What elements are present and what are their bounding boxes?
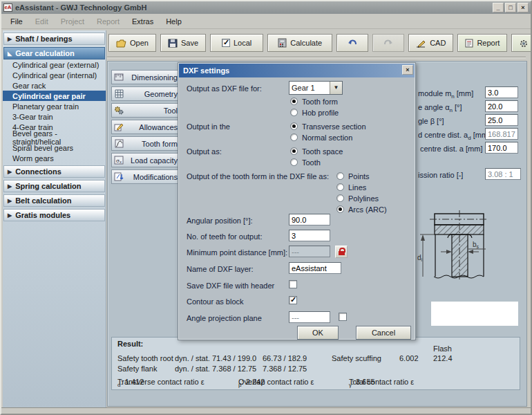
sidebar-section-shaft-bearings[interactable]: ▶Shaft / bearings — [3, 33, 105, 45]
expanded-arrow-icon: ◣ — [8, 50, 12, 57]
sidebar-section-gear-calculation[interactable]: ◣Gear calculation — [3, 47, 105, 59]
dialog-close-button[interactable]: × — [402, 65, 413, 75]
result-row2-name: Safety flank — [117, 365, 157, 373]
options-gear-icon — [519, 39, 529, 48]
cad-button[interactable]: CAD — [408, 34, 453, 52]
tooth-radio[interactable] — [290, 158, 298, 166]
sidebar-section-connections[interactable]: ▶Connections — [3, 165, 105, 178]
app-icon: eA — [3, 3, 12, 12]
lines-radio[interactable] — [336, 183, 344, 191]
sidebar-section-belt-calculation[interactable]: ▶Belt calculation — [3, 194, 105, 207]
result-row1-name2: Safety scuffing — [332, 354, 381, 362]
dxf-layer-label: Name of DXF layer: — [187, 265, 254, 273]
sidebar-item-cylindrical-gear-pair[interactable]: Cylindrical gear pair — [3, 91, 106, 101]
close-button[interactable]: × — [517, 3, 529, 12]
tab-allowances[interactable]: Allowances — [111, 120, 182, 134]
cad-pencil-icon — [416, 39, 426, 48]
results-panel: Result: Flash Safety tooth root dyn. / s… — [111, 337, 520, 390]
field-label-transmission-ratio: ission ratio [-] — [418, 171, 463, 179]
menu-help[interactable]: Help — [160, 15, 188, 28]
centre-dist-a-input[interactable] — [485, 142, 518, 154]
helix-angle-input[interactable] — [485, 114, 518, 126]
points-radio[interactable] — [336, 172, 344, 180]
tooth-form-radio[interactable] — [290, 98, 298, 105]
tooth-space-radio[interactable] — [290, 147, 298, 155]
sidebar-section-spring-calculation[interactable]: ▶Spring calculation — [3, 180, 105, 192]
sidebar-item-worm-gears[interactable]: Worm gears — [3, 153, 106, 163]
options-button[interactable]: Options — [511, 34, 532, 52]
chevron-down-icon[interactable]: ▼ — [330, 82, 342, 94]
module-input[interactable] — [485, 86, 518, 98]
normal-section-radio[interactable] — [290, 133, 298, 141]
collapsed-arrow-icon: ▶ — [8, 183, 12, 190]
result-row1-s1: 6.002 — [399, 354, 419, 362]
tool-gears-icon — [113, 105, 124, 116]
toolbar: Open Save Local Calculate CAD — [107, 30, 530, 59]
collapsed-arrow-icon: ▶ — [8, 212, 12, 219]
field-label-module: module mn [mm] — [418, 89, 473, 100]
sidebar-item-cylindrical-gear-external[interactable]: Cylindrical gear (external) — [3, 59, 106, 70]
tab-load-capacity[interactable]: σx Load capacity — [111, 153, 182, 167]
angle-projection-label: Angle projection plane — [187, 314, 262, 322]
redo-icon — [383, 39, 394, 47]
transverse-section-radio[interactable] — [290, 122, 298, 130]
tab-modifications[interactable]: Modifications — [111, 169, 182, 184]
ok-button[interactable]: OK — [297, 326, 339, 340]
app-window: eA eAssistant - GWJ Technology GmbH _ □ … — [0, 0, 532, 415]
tab-geometry[interactable]: Geometry — [111, 86, 182, 101]
local-checkbox[interactable] — [222, 39, 230, 47]
gear-section-drawing: di bs — [416, 209, 526, 300]
report-button[interactable]: Report — [457, 34, 507, 52]
sidebar-item-3-gear-train[interactable]: 3-Gear train — [3, 111, 106, 122]
centre-dist-ad-input — [485, 128, 518, 140]
angular-position-input[interactable] — [289, 214, 330, 225]
angle-projection-checkbox[interactable] — [339, 313, 347, 321]
window-bottom-edge — [1, 407, 531, 414]
lock-button[interactable] — [335, 246, 348, 258]
undo-icon — [347, 39, 358, 47]
cancel-button[interactable]: Cancel — [356, 326, 411, 340]
sidebar-item-cylindrical-gear-internal[interactable]: Cylindrical gear (internal) — [3, 70, 106, 80]
overlap-contact-ratio: Overlap contact ratio εβ: 2.242 — [238, 378, 242, 388]
save-button[interactable]: Save — [160, 34, 206, 52]
result-row2-v2: 7.368 / 12.75 — [263, 365, 307, 373]
sidebar-item-planetary-gear-train[interactable]: Planetary gear train — [3, 101, 106, 111]
window-titlebar: eA eAssistant - GWJ Technology GmbH _ □ … — [1, 1, 531, 14]
polylines-radio[interactable] — [336, 194, 344, 202]
field-label-centre-dist-a: centre dist. a [mm] — [420, 145, 482, 153]
allowances-pencil-icon — [113, 122, 124, 132]
arcs-radio[interactable] — [336, 205, 344, 213]
hob-profile-radio[interactable] — [290, 109, 298, 116]
sidebar-item-gear-rack[interactable]: Gear rack — [3, 80, 106, 91]
dxf-layer-input[interactable] — [289, 262, 341, 274]
contour-block-label: Contour as block — [187, 297, 244, 306]
svg-text:di: di — [417, 254, 423, 262]
gear-select[interactable]: Gear 1 ▼ — [289, 81, 343, 95]
calculate-button[interactable]: Calculate — [267, 34, 332, 52]
tab-tool[interactable]: Tool — [111, 103, 182, 118]
tab-tooth-form[interactable]: Tooth form — [111, 136, 182, 151]
sidebar-section-gratis-modules[interactable]: ▶Gratis modules — [3, 209, 105, 221]
teeth-output-input[interactable] — [289, 230, 330, 241]
sidebar-item-bevel-gears[interactable]: Bevel gears - straight/helical — [3, 132, 106, 142]
output-as-label: Output as: — [187, 147, 222, 156]
menu-extras[interactable]: Extras — [126, 15, 160, 28]
tab-dimensioning[interactable]: Dimensioning — [111, 70, 182, 84]
angular-position-label: Angular position [°]: — [187, 216, 253, 225]
menu-file[interactable]: File — [4, 15, 29, 28]
maximize-button[interactable]: □ — [505, 3, 516, 12]
contour-block-checkbox[interactable] — [289, 296, 297, 304]
save-header-checkbox[interactable] — [289, 280, 297, 288]
dialog-titlebar[interactable]: DXF settings — [179, 64, 415, 77]
local-toggle[interactable]: Local — [210, 34, 263, 52]
open-button[interactable]: Open — [108, 34, 156, 52]
dimensioning-icon — [113, 72, 124, 82]
results-header: Result: — [117, 340, 143, 348]
svg-text:bs: bs — [473, 241, 479, 249]
angle-projection-input[interactable] — [289, 311, 330, 323]
pressure-angle-input[interactable] — [485, 100, 518, 112]
field-label-helix-angle: gle β [°] — [418, 117, 444, 125]
undo-button[interactable] — [336, 34, 368, 52]
result-row1-s2: 212.4 — [433, 354, 453, 362]
minimize-button[interactable]: _ — [493, 3, 504, 12]
